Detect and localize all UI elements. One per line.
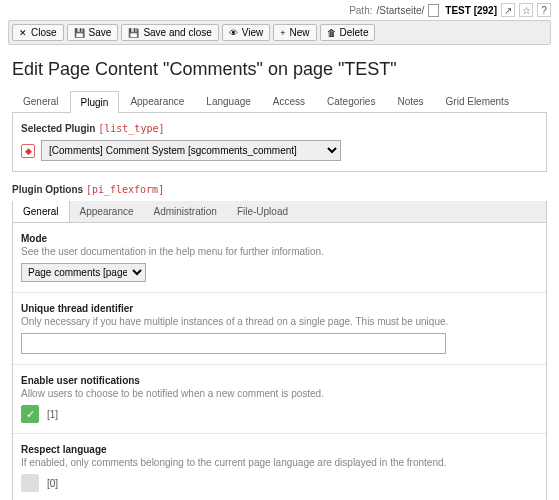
mode-label: Mode	[21, 233, 538, 244]
selected-plugin-tech: [list_type]	[98, 123, 164, 134]
respect-value: [0]	[47, 478, 58, 489]
plugin-options-label: Plugin Options [pi_flexform]	[12, 184, 547, 195]
notifications-hint: Allow users to choose to be notified whe…	[21, 388, 538, 399]
plugin-ext-icon: ◆	[21, 144, 35, 158]
view-button[interactable]: 👁View	[222, 24, 271, 41]
path-segments[interactable]: /Startseite/	[377, 5, 425, 16]
plugin-options-panel: General Appearance Administration File-U…	[12, 201, 547, 500]
help-icon[interactable]: ?	[537, 3, 551, 17]
thread-input[interactable]	[21, 333, 446, 354]
thread-label: Unique thread identifier	[21, 303, 538, 314]
delete-button[interactable]: 🗑Delete	[320, 24, 376, 41]
respect-section: Respect language If enabled, only commen…	[13, 434, 546, 500]
tab-categories[interactable]: Categories	[316, 90, 386, 112]
mode-section: Mode See the user documentation in the h…	[13, 223, 546, 293]
notifications-checkbox[interactable]: ✓	[21, 405, 39, 423]
selected-plugin-label: Selected Plugin [list_type]	[21, 123, 538, 134]
respect-checkbox[interactable]	[21, 474, 39, 492]
inner-tab-file-upload[interactable]: File-Upload	[227, 201, 298, 222]
path-bar: Path: /Startseite/ TEST [292] ↗ ☆ ?	[0, 0, 559, 20]
mode-select[interactable]: Page comments [pages]	[21, 263, 146, 282]
path-label: Path:	[349, 5, 372, 16]
inner-tab-administration[interactable]: Administration	[144, 201, 227, 222]
close-icon: ✕	[19, 28, 27, 38]
mode-hint: See the user documentation in the help m…	[21, 246, 538, 257]
tab-language[interactable]: Language	[195, 90, 262, 112]
tab-plugin[interactable]: Plugin	[70, 91, 120, 113]
tab-appearance[interactable]: Appearance	[119, 90, 195, 112]
respect-label: Respect language	[21, 444, 538, 455]
thread-hint: Only necessary if you have multiple inst…	[21, 316, 538, 327]
tab-access[interactable]: Access	[262, 90, 316, 112]
thread-section: Unique thread identifier Only necessary …	[13, 293, 546, 365]
path-current: TEST [292]	[445, 5, 497, 16]
main-tabs: General Plugin Appearance Language Acces…	[12, 90, 547, 113]
new-button[interactable]: +New	[273, 24, 316, 41]
save-close-icon: 💾	[128, 28, 139, 38]
respect-hint: If enabled, only comments belonging to t…	[21, 457, 538, 468]
open-new-window-icon[interactable]: ↗	[501, 3, 515, 17]
tab-grid-elements[interactable]: Grid Elements	[435, 90, 520, 112]
eye-icon: 👁	[229, 28, 238, 38]
close-button[interactable]: ✕Close	[12, 24, 64, 41]
save-icon: 💾	[74, 28, 85, 38]
notifications-section: Enable user notifications Allow users to…	[13, 365, 546, 434]
plus-icon: +	[280, 28, 285, 38]
trash-icon: 🗑	[327, 28, 336, 38]
inner-tabs: General Appearance Administration File-U…	[13, 201, 546, 223]
save-button[interactable]: 💾Save	[67, 24, 119, 41]
page-title: Edit Page Content "Comments" on page "TE…	[0, 45, 559, 90]
plugin-select[interactable]: [Comments] Comment System [sgcomments_co…	[41, 140, 341, 161]
page-icon	[428, 4, 439, 17]
notifications-label: Enable user notifications	[21, 375, 538, 386]
inner-tab-general[interactable]: General	[13, 201, 70, 222]
action-toolbar: ✕Close 💾Save 💾Save and close 👁View +New …	[8, 20, 551, 45]
save-close-button[interactable]: 💾Save and close	[121, 24, 218, 41]
notifications-value: [1]	[47, 409, 58, 420]
inner-tab-appearance[interactable]: Appearance	[70, 201, 144, 222]
bookmark-icon[interactable]: ☆	[519, 3, 533, 17]
tab-general[interactable]: General	[12, 90, 70, 112]
plugin-options-tech: [pi_flexform]	[86, 184, 164, 195]
tab-notes[interactable]: Notes	[386, 90, 434, 112]
plugin-panel: Selected Plugin [list_type] ◆ [Comments]…	[12, 113, 547, 172]
